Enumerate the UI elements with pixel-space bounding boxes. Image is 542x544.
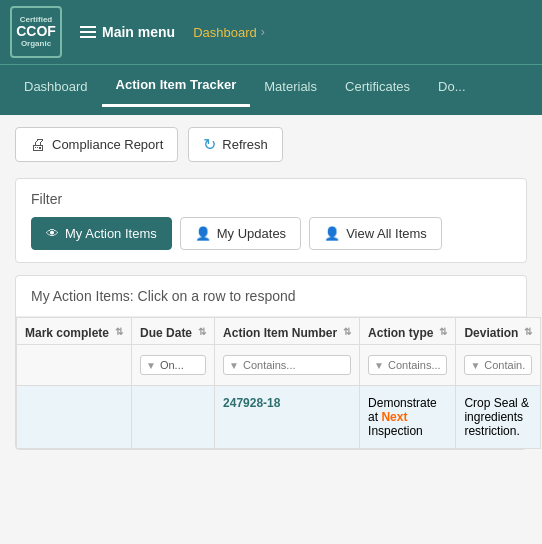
compliance-report-button[interactable]: 🖨 Compliance Report [15, 127, 178, 162]
view-all-items-label: View All Items [346, 226, 427, 241]
table-filter-row: ▼ On... Before After ▼ [17, 345, 541, 386]
toolbar: 🖨 Compliance Report ↻ Refresh [15, 127, 527, 162]
breadcrumb-dashboard-link[interactable]: Dashboard [193, 25, 257, 40]
nav-more[interactable]: Do... [424, 67, 479, 106]
filter-section: Filter 👁 My Action Items 👤 My Updates 👤 … [15, 178, 527, 263]
refresh-label: Refresh [222, 137, 268, 152]
filter-mark-complete-cell [17, 345, 132, 386]
filter-my-action-items[interactable]: 👁 My Action Items [31, 217, 172, 250]
cell-mark-complete [17, 386, 132, 449]
action-type-input[interactable] [388, 359, 441, 371]
user-all-icon: 👤 [324, 226, 340, 241]
filter-action-item-number-cell[interactable]: ▼ [215, 345, 360, 386]
organic-label: Organic [16, 40, 56, 49]
col-deviation: Deviation ⇅ [456, 318, 541, 345]
due-date-select[interactable]: On... Before After [160, 359, 193, 371]
due-date-filter[interactable]: ▼ On... Before After [140, 355, 206, 375]
filter-due-date-cell[interactable]: ▼ On... Before After [132, 345, 215, 386]
col-mark-complete: Mark complete ⇅ [17, 318, 132, 345]
content-area: 🖨 Compliance Report ↻ Refresh Filter 👁 M… [0, 115, 542, 462]
my-action-items-label: My Action Items [65, 226, 157, 241]
funnel-icon-num: ▼ [229, 360, 239, 371]
col-action-type: Action type ⇅ [360, 318, 456, 345]
action-type-filter[interactable]: ▼ [368, 355, 447, 375]
my-updates-label: My Updates [217, 226, 286, 241]
deviation-value: Crop Seal & ingredients restriction. [464, 396, 529, 438]
nav-action-item-tracker[interactable]: Action Item Tracker [102, 65, 251, 107]
breadcrumb: Dashboard › [193, 25, 532, 40]
funnel-icon-deviation: ▼ [470, 360, 480, 371]
nav-certificates[interactable]: Certificates [331, 67, 424, 106]
action-item-number-filter[interactable]: ▼ [223, 355, 351, 375]
col-due-date: Due Date ⇅ [132, 318, 215, 345]
filter-action-type-cell[interactable]: ▼ [360, 345, 456, 386]
nav-arrow [331, 107, 347, 115]
sort-icon-action-num: ⇅ [343, 326, 351, 337]
table-section: My Action Items: Click on a row to respo… [15, 275, 527, 450]
action-items-table: Mark complete ⇅ Due Date ⇅ Action Item N… [16, 317, 541, 449]
table-header-row: Mark complete ⇅ Due Date ⇅ Action Item N… [17, 318, 541, 345]
sort-icon-deviation: ⇅ [524, 326, 532, 337]
refresh-icon: ↻ [203, 135, 216, 154]
filter-my-updates[interactable]: 👤 My Updates [180, 217, 301, 250]
eye-icon: 👁 [46, 226, 59, 241]
hamburger-icon [80, 26, 96, 38]
funnel-icon-date: ▼ [146, 360, 156, 371]
deviation-filter[interactable]: ▼ [464, 355, 532, 375]
filter-buttons: 👁 My Action Items 👤 My Updates 👤 View Al… [31, 217, 511, 250]
action-type-next: Next [381, 410, 407, 424]
sort-icon-action-type: ⇅ [439, 326, 447, 337]
print-icon: 🖨 [30, 136, 46, 154]
table-row[interactable]: 247928-18 Demonstrate at Next Inspection… [17, 386, 541, 449]
refresh-button[interactable]: ↻ Refresh [188, 127, 283, 162]
compliance-report-label: Compliance Report [52, 137, 163, 152]
filter-deviation-cell[interactable]: ▼ [456, 345, 541, 386]
filter-view-all-items[interactable]: 👤 View All Items [309, 217, 442, 250]
main-menu-button[interactable]: Main menu [72, 20, 183, 44]
sort-icon: ⇅ [115, 326, 123, 337]
deviation-input[interactable] [484, 359, 526, 371]
table-heading: My Action Items: Click on a row to respo… [16, 276, 526, 317]
filter-label: Filter [31, 191, 511, 207]
funnel-icon-type: ▼ [374, 360, 384, 371]
top-bar: Certified CCOF Organic Main menu Dashboa… [0, 0, 542, 64]
org-name: CCOF [16, 24, 56, 39]
breadcrumb-separator: › [261, 25, 265, 39]
cell-deviation: Crop Seal & ingredients restriction. [456, 386, 541, 449]
cell-action-type: Demonstrate at Next Inspection [360, 386, 456, 449]
user-updates-icon: 👤 [195, 226, 211, 241]
cell-action-item-number: 247928-18 [215, 386, 360, 449]
action-item-number-value: 247928-18 [223, 396, 280, 410]
cell-due-date [132, 386, 215, 449]
main-menu-label: Main menu [102, 24, 175, 40]
sort-icon-due-date: ⇅ [198, 326, 206, 337]
nav-bar: Dashboard Action Item Tracker Materials … [0, 64, 542, 107]
nav-dashboard[interactable]: Dashboard [10, 67, 102, 106]
logo: Certified CCOF Organic [10, 6, 62, 58]
col-action-item-number: Action Item Number ⇅ [215, 318, 360, 345]
nav-materials[interactable]: Materials [250, 67, 331, 106]
action-item-number-input[interactable] [243, 359, 345, 371]
